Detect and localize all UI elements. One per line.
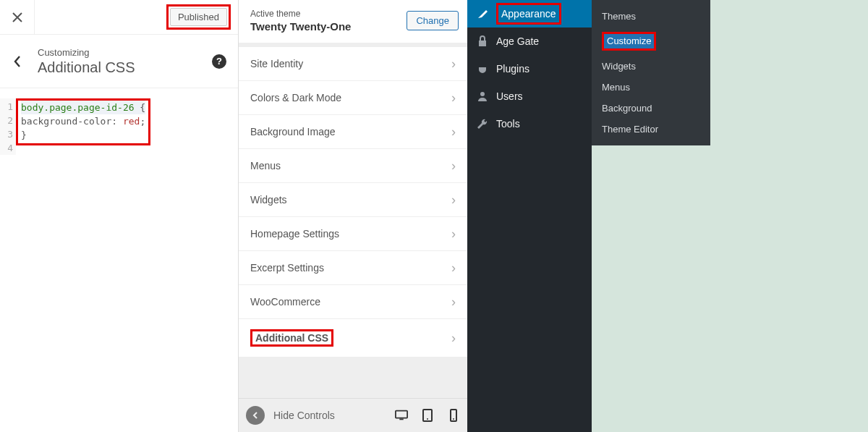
chevron-right-icon: › (451, 193, 456, 206)
line-number-gutter: 1 2 3 4 (0, 98, 16, 155)
customizer-header: Published (0, 0, 238, 35)
active-theme-label: Active theme (250, 9, 407, 19)
paintbrush-icon (477, 8, 488, 20)
chevron-right-icon: › (451, 295, 456, 308)
customizer-footer: Hide Controls (239, 398, 467, 432)
submenu-widgets[interactable]: Widgets (592, 56, 710, 77)
hide-controls-label[interactable]: Hide Controls (273, 410, 395, 421)
tablet-preview-icon[interactable] (421, 409, 434, 422)
section-homepage-settings[interactable]: Homepage Settings› (239, 217, 467, 251)
section-excerpt-settings[interactable]: Excerpt Settings› (239, 251, 467, 285)
section-widgets[interactable]: Widgets› (239, 183, 467, 217)
submenu-menus[interactable]: Menus (592, 77, 710, 98)
appearance-highlight: Appearance (496, 3, 561, 25)
code-line[interactable]: body.page.page-id-26 { (21, 101, 145, 114)
published-button[interactable]: Published (170, 8, 227, 26)
additional-css-highlight: Additional CSS (250, 329, 333, 347)
chevron-right-icon: › (451, 227, 456, 240)
code-line[interactable]: } (21, 128, 145, 142)
svg-rect-1 (399, 419, 403, 420)
chevron-right-icon: › (451, 57, 456, 70)
back-button[interactable] (0, 35, 35, 88)
admin-nav-users[interactable]: Users (467, 82, 592, 110)
chevron-left-icon (13, 55, 22, 68)
collapse-icon[interactable] (246, 406, 265, 425)
admin-nav-tools[interactable]: Tools (467, 110, 592, 137)
chevron-right-icon: › (451, 125, 456, 138)
admin-nav-plugins[interactable]: Plugins (467, 55, 592, 82)
user-icon (477, 90, 488, 102)
chevron-right-icon: › (451, 159, 456, 172)
chevron-right-icon: › (451, 261, 456, 274)
wp-admin-sidebar: Appearance Age Gate Plugins Users Tools (467, 0, 592, 432)
plug-icon (477, 63, 488, 75)
submenu-themes[interactable]: Themes (592, 6, 710, 27)
customizer-sections-panel: Active theme Twenty Twenty-One Change Si… (239, 0, 467, 432)
section-list: Site Identity› Colors & Dark Mode› Backg… (239, 43, 467, 357)
mobile-preview-icon[interactable] (447, 409, 460, 422)
admin-nav-appearance[interactable]: Appearance (467, 0, 592, 27)
close-button[interactable] (0, 0, 35, 35)
breadcrumb-row: Customizing Additional CSS ? (0, 35, 238, 88)
help-icon[interactable]: ? (212, 54, 226, 69)
submenu-customize[interactable]: Customize (592, 27, 710, 56)
section-woocommerce[interactable]: WooCommerce› (239, 285, 467, 319)
customize-highlight: Customize (602, 32, 656, 51)
breadcrumb: Customizing Additional CSS (35, 47, 212, 76)
page-title: Additional CSS (38, 59, 212, 76)
svg-rect-6 (479, 41, 486, 46)
svg-point-5 (453, 418, 454, 420)
css-code-highlight: body.page.page-id-26 { background-color:… (16, 98, 150, 145)
active-theme-block: Active theme Twenty Twenty-One Change (239, 0, 467, 43)
css-editor[interactable]: 1 2 3 4 body.page.page-id-26 { backgroun… (0, 88, 238, 155)
section-additional-css[interactable]: Additional CSS› (239, 319, 467, 357)
appearance-submenu: Themes Customize Widgets Menus Backgroun… (592, 0, 710, 145)
code-line[interactable]: background-color: red; (21, 114, 145, 128)
customizer-additional-css-panel: Published Customizing Additional CSS ? 1… (0, 0, 239, 432)
published-highlight: Published (166, 4, 231, 30)
close-icon (12, 12, 22, 22)
active-theme-name: Twenty Twenty-One (250, 20, 407, 33)
section-background-image[interactable]: Background Image› (239, 115, 467, 149)
submenu-background[interactable]: Background (592, 98, 710, 119)
breadcrumb-label: Customizing (38, 47, 212, 58)
svg-point-3 (427, 418, 428, 420)
admin-nav-age-gate[interactable]: Age Gate (467, 27, 592, 55)
svg-rect-0 (396, 411, 407, 418)
wrench-icon (477, 118, 488, 130)
chevron-right-icon: › (451, 91, 456, 104)
section-site-identity[interactable]: Site Identity› (239, 47, 467, 81)
desktop-preview-icon[interactable] (395, 409, 408, 422)
change-theme-button[interactable]: Change (407, 11, 459, 30)
section-menus[interactable]: Menus› (239, 149, 467, 183)
lock-icon (477, 35, 488, 47)
svg-point-7 (480, 92, 485, 96)
section-colors-dark-mode[interactable]: Colors & Dark Mode› (239, 81, 467, 115)
submenu-theme-editor[interactable]: Theme Editor (592, 119, 710, 140)
chevron-right-icon: › (451, 331, 456, 344)
